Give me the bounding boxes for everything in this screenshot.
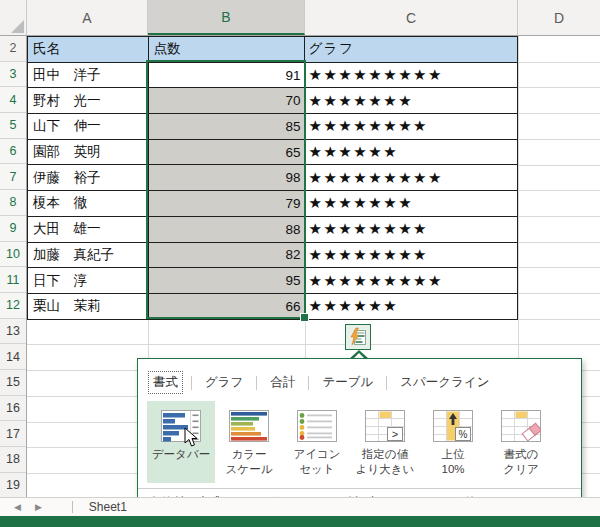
quick-analysis-button[interactable] [345, 324, 371, 350]
tile-icon-set[interactable]: アイコンセット [283, 401, 351, 483]
row-header[interactable]: 14 [0, 344, 26, 370]
cell-stars[interactable]: ★★★★★★★★★ [305, 63, 518, 89]
cell-stars[interactable]: ★★★★★★ [305, 294, 518, 320]
cell-score[interactable]: 65 [149, 140, 306, 166]
excel-window: A B C D 2345678910111213141516171819 氏名 … [0, 0, 600, 527]
table-row: 日下 淳95★★★★★★★★★ [28, 268, 518, 294]
cell-stars[interactable]: ★★★★★★★★★ [305, 165, 518, 191]
cell-name[interactable]: 園部 英明 [28, 140, 149, 166]
popup-tabs: 書式グラフ合計テーブルスパークライン [149, 372, 494, 393]
color-scale-icon [229, 407, 269, 447]
tile-top-10[interactable]: %上位10% [419, 401, 487, 483]
tile-label: 10% [441, 462, 464, 477]
popup-tab-1[interactable]: グラフ [201, 372, 247, 393]
row-header[interactable]: 8 [0, 190, 26, 216]
row-header[interactable]: 19 [0, 473, 26, 497]
row-header[interactable]: 6 [0, 139, 26, 165]
cell-c2-graph-header[interactable]: グラフ [305, 37, 518, 63]
table-row: 山下 伸一85★★★★★★★★ [28, 114, 518, 140]
row-header[interactable]: 15 [0, 370, 26, 396]
table-row: 大田 雄一88★★★★★★★★ [28, 217, 518, 243]
cell-score[interactable]: 98 [149, 165, 306, 191]
tile-clear-format[interactable]: 書式のクリア [487, 401, 555, 483]
row-header[interactable]: 11 [0, 267, 26, 293]
cell-name[interactable]: 田中 洋子 [28, 63, 149, 89]
cell-score[interactable]: 70 [149, 88, 306, 114]
cell-stars[interactable]: ★★★★★★★★ [305, 217, 518, 243]
tile-greater-than[interactable]: >指定の値より大きい [351, 401, 419, 483]
cell-score[interactable]: 95 [149, 268, 306, 294]
cell-name[interactable]: 加藤 真紀子 [28, 243, 149, 269]
cell-stars[interactable]: ★★★★★★ [305, 140, 518, 166]
cell-name[interactable]: 伊藤 裕子 [28, 165, 149, 191]
cell-score[interactable]: 85 [149, 114, 306, 140]
sheet-nav-left-icon[interactable]: ◀ [14, 502, 21, 512]
cell-score[interactable]: 82 [149, 243, 306, 269]
tile-label: セット [299, 462, 334, 477]
row-header[interactable]: 18 [0, 447, 26, 473]
tab-divider [308, 376, 309, 390]
status-bar [0, 516, 600, 527]
cell-stars[interactable]: ★★★★★★★★ [305, 243, 518, 269]
row-header[interactable]: 2 [0, 36, 26, 62]
cell-name[interactable]: 大田 雄一 [28, 217, 149, 243]
cell-a2-name-header[interactable]: 氏名 [28, 37, 149, 63]
cell-name[interactable]: 榎本 徹 [28, 191, 149, 217]
row-header[interactable]: 17 [0, 421, 26, 447]
row-header[interactable]: 13 [0, 319, 26, 345]
cell-score[interactable]: 88 [149, 217, 306, 243]
popup-tab-0[interactable]: 書式 [149, 372, 182, 393]
cell-stars[interactable]: ★★★★★★★★ [305, 114, 518, 140]
row-header[interactable]: 16 [0, 396, 26, 422]
select-all-corner[interactable] [0, 0, 27, 35]
tile-label: スケール [226, 462, 273, 477]
sheet-tab[interactable]: Sheet1 [89, 500, 127, 514]
cell-b2-score-header[interactable]: 点数 [149, 37, 306, 63]
clear-format-icon [501, 407, 541, 447]
sheet-nav-right-icon[interactable]: ▶ [35, 502, 42, 512]
tile-label: 書式の [504, 447, 539, 462]
tab-divider [191, 376, 192, 390]
popup-tab-2[interactable]: 合計 [266, 372, 299, 393]
cell-score[interactable]: 79 [149, 191, 306, 217]
table-rows: 田中 洋子91★★★★★★★★★野村 光一70★★★★★★★山下 伸一85★★★… [28, 63, 518, 320]
cell-name[interactable]: 日下 淳 [28, 268, 149, 294]
data-bars-icon [161, 407, 201, 447]
cell-stars[interactable]: ★★★★★★★ [305, 191, 518, 217]
cell-stars[interactable]: ★★★★★★★★★ [305, 268, 518, 294]
popup-tab-3[interactable]: テーブル [318, 372, 377, 393]
cell-name[interactable]: 野村 光一 [28, 88, 149, 114]
cell-score[interactable]: 91 [149, 63, 306, 89]
table-row: 野村 光一70★★★★★★★ [28, 88, 518, 114]
row-header[interactable]: 12 [0, 293, 26, 319]
row-header[interactable]: 9 [0, 216, 26, 242]
cell-stars[interactable]: ★★★★★★★ [305, 88, 518, 114]
cell-name[interactable]: 栗山 茉莉 [28, 294, 149, 320]
row-header[interactable]: 7 [0, 164, 26, 190]
column-header-a[interactable]: A [27, 0, 148, 35]
tile-label: クリア [503, 462, 538, 477]
table-header-row: 氏名 点数 グラフ [28, 37, 518, 63]
table-row: 加藤 真紀子82★★★★★★★★ [28, 243, 518, 269]
popup-tab-4[interactable]: スパークライン [396, 372, 493, 393]
svg-text:>: > [392, 428, 398, 440]
row-header[interactable]: 3 [0, 62, 26, 88]
tile-color-scale[interactable]: カラースケール [215, 401, 283, 483]
row-header[interactable]: 5 [0, 113, 26, 139]
column-header-b-selected[interactable]: B [148, 0, 305, 35]
table-row: 栗山 茉莉66★★★★★★ [28, 294, 518, 320]
tab-divider [386, 376, 387, 390]
row-header[interactable]: 4 [0, 87, 26, 113]
column-header-d[interactable]: D [518, 0, 600, 35]
column-header-row: A B C D [0, 0, 600, 36]
tile-label: 上位 [442, 447, 465, 462]
table-row: 田中 洋子91★★★★★★★★★ [28, 63, 518, 89]
select-all-triangle-icon [11, 20, 24, 33]
tile-data-bars[interactable]: データバー [147, 401, 215, 483]
row-header[interactable]: 10 [0, 242, 26, 268]
column-header-c[interactable]: C [305, 0, 518, 35]
tile-label: アイコン [293, 447, 340, 462]
tile-label: より大きい [356, 462, 415, 477]
cell-score[interactable]: 66 [149, 294, 306, 320]
cell-name[interactable]: 山下 伸一 [28, 114, 149, 140]
